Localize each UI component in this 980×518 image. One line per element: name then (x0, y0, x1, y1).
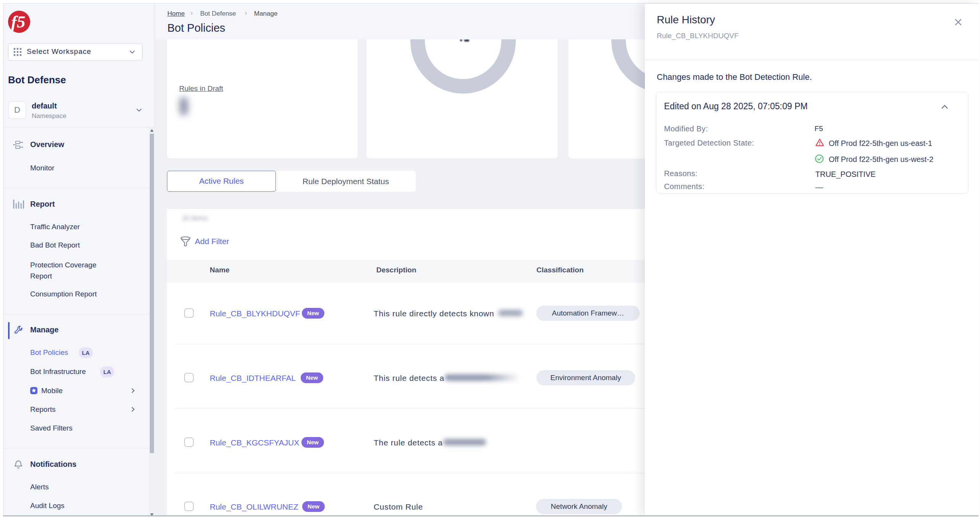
svg-text:f5: f5 (11, 12, 26, 31)
